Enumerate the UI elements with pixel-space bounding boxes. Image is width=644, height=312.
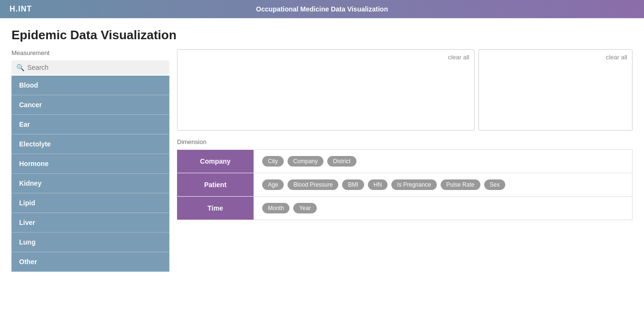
dimension-category: Company xyxy=(177,150,254,173)
menu-item[interactable]: Electolyte xyxy=(11,134,169,154)
menu-item[interactable]: Lipid xyxy=(11,193,169,213)
chart-area: clear all clear all xyxy=(177,49,633,131)
dimension-tag[interactable]: Blood Pressure xyxy=(288,179,338,190)
clear-all-main-button[interactable]: clear all xyxy=(448,54,469,61)
dimension-table: CompanyCityCompanyDistrictPatientAgeBloo… xyxy=(177,149,633,220)
search-icon: 🔍 xyxy=(16,64,24,71)
page-content: Epidemic Data Visualization Measurement … xyxy=(0,18,644,281)
dimension-row: CompanyCityCompanyDistrict xyxy=(177,150,633,173)
dimension-tag[interactable]: Year xyxy=(293,203,316,213)
dimension-tags-cell: MonthYear xyxy=(254,197,633,220)
menu-item[interactable]: Other xyxy=(11,252,169,272)
dimension-category: Time xyxy=(177,197,254,220)
menu-item[interactable]: Hormone xyxy=(11,154,169,174)
dimension-tags-cell: CityCompanyDistrict xyxy=(254,150,633,173)
clear-all-side-button[interactable]: clear all xyxy=(606,54,627,61)
dimension-tag[interactable]: Age xyxy=(262,179,284,190)
logo: H.INT xyxy=(10,5,32,13)
menu-item[interactable]: Ear xyxy=(11,115,169,134)
dimension-tag[interactable]: Company xyxy=(288,156,323,167)
measurement-list: BloodCancerEarElectolyteHormoneKidneyLip… xyxy=(11,76,169,272)
menu-item[interactable]: Lung xyxy=(11,233,169,252)
top-nav: H.INT Occupational Medicine Data Visuali… xyxy=(0,0,644,18)
main-chart-box: clear all xyxy=(177,49,475,131)
main-layout: Measurement 🔍 BloodCancerEarElectolyteHo… xyxy=(11,49,633,272)
dimension-category: Patient xyxy=(177,173,254,197)
dimension-tag[interactable]: Sex xyxy=(484,179,506,190)
menu-item[interactable]: Liver xyxy=(11,213,169,233)
side-chart-box: clear all xyxy=(478,49,633,131)
dimension-section: Dimension CompanyCityCompanyDistrictPati… xyxy=(177,138,633,220)
search-input[interactable] xyxy=(27,64,165,71)
dimension-tag[interactable]: Is Pregnance xyxy=(391,179,437,190)
dimension-tag[interactable]: District xyxy=(327,156,356,167)
search-box: 🔍 xyxy=(11,60,169,75)
dimension-tags-cell: AgeBlood PressureBMIHNIs PregnancePulse … xyxy=(254,173,633,197)
dimension-tag[interactable]: City xyxy=(262,156,284,167)
menu-item[interactable]: Cancer xyxy=(11,95,169,115)
dimension-tag[interactable]: Month xyxy=(262,203,289,213)
page-title: Epidemic Data Visualization xyxy=(11,28,633,43)
menu-item[interactable]: Kidney xyxy=(11,174,169,193)
menu-item[interactable]: Blood xyxy=(11,76,169,95)
dimension-row: TimeMonthYear xyxy=(177,197,633,220)
dimension-tag[interactable]: BMI xyxy=(342,179,364,190)
right-panel: clear all clear all Dimension CompanyCit… xyxy=(177,49,633,272)
dimension-row: PatientAgeBlood PressureBMIHNIs Pregnanc… xyxy=(177,173,633,197)
measurement-label: Measurement xyxy=(11,49,169,56)
dimension-label: Dimension xyxy=(177,138,633,145)
dimension-tag[interactable]: Pulse Rate xyxy=(441,179,480,190)
dimension-tag[interactable]: HN xyxy=(368,179,388,190)
app-title: Occupational Medicine Data Visualization xyxy=(256,5,388,13)
left-panel: Measurement 🔍 BloodCancerEarElectolyteHo… xyxy=(11,49,169,272)
